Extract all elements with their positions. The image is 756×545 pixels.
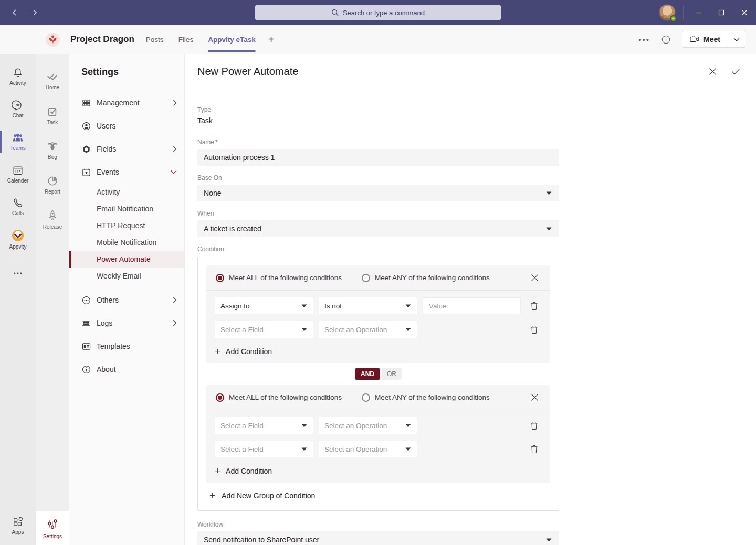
minimize-icon[interactable] <box>687 0 710 25</box>
operation-select[interactable]: Select an Operation <box>319 417 417 434</box>
and-button[interactable]: AND <box>355 368 380 380</box>
menu-item-management[interactable]: Management <box>69 91 184 114</box>
menu-item-templates[interactable]: Templates <box>69 335 184 358</box>
task-icon <box>47 106 58 117</box>
presence-available-icon <box>670 15 677 22</box>
meet-any-radio[interactable]: Meet ANY of the following conditions <box>362 393 490 402</box>
meet-chevron-down-icon[interactable] <box>728 38 745 41</box>
menu-item-label: Others <box>97 296 173 304</box>
type-label: Type <box>197 106 559 113</box>
form-body: Type Task Name* Base On None When <box>185 89 572 545</box>
sidebar-item-task[interactable]: Task <box>36 98 69 133</box>
delete-condition-icon[interactable] <box>529 420 539 431</box>
title-bar: Search or type a command <box>0 0 756 25</box>
delete-condition-icon[interactable] <box>529 301 539 311</box>
submenu-item-http-request[interactable]: HTTP Request <box>69 217 184 234</box>
ellipsis-icon <box>13 272 23 275</box>
chat-icon <box>12 100 24 111</box>
menu-item-about[interactable]: About <box>69 358 184 381</box>
add-tab-icon[interactable]: + <box>268 34 275 46</box>
condition-section: Condition Meet ALL of the following cond… <box>197 245 559 511</box>
events-icon <box>81 167 91 177</box>
search-input[interactable]: Search or type a command <box>255 5 501 20</box>
more-options-icon[interactable]: ••• <box>638 35 650 44</box>
rail-item-appvity[interactable]: Appvity <box>0 223 36 255</box>
remove-group-icon[interactable] <box>531 393 539 401</box>
chevron-right-icon <box>173 146 177 152</box>
rail-item-calls[interactable]: Calls <box>0 190 36 223</box>
menu-item-fields[interactable]: Fields <box>69 137 184 161</box>
name-input[interactable] <box>197 149 559 166</box>
sidebar-item-settings[interactable]: Settings <box>36 511 69 545</box>
sidebar-item-release[interactable]: Release <box>36 202 69 237</box>
value-input[interactable] <box>423 297 521 314</box>
menu-item-logs[interactable]: LOG Logs <box>69 312 184 335</box>
sidebar-item-bug[interactable]: Bug <box>36 133 69 167</box>
others-icon <box>81 295 91 305</box>
maximize-icon[interactable] <box>710 0 733 25</box>
meet-button[interactable]: Meet <box>682 31 746 48</box>
titlebar-divider <box>683 6 684 19</box>
back-icon[interactable] <box>8 6 21 19</box>
submenu-item-weekly-email[interactable]: Weekly Email <box>69 268 184 284</box>
rail-item-apps[interactable]: Apps <box>0 509 36 542</box>
sidebar-item-report[interactable]: Report <box>36 167 69 202</box>
user-avatar[interactable] <box>659 4 676 21</box>
report-icon <box>47 175 58 187</box>
when-value: A ticket is created <box>204 225 546 233</box>
tab-appvity-etask[interactable]: Appvity eTask <box>208 26 256 53</box>
save-form-icon[interactable] <box>731 67 740 76</box>
team-logo <box>46 33 60 47</box>
delete-condition-icon[interactable] <box>529 444 539 454</box>
operation-select[interactable]: Select an Operation <box>319 321 417 338</box>
add-new-group-button[interactable]: + Add New Group of Condition <box>206 483 550 500</box>
add-condition-button[interactable]: + Add Condition <box>206 457 550 483</box>
menu-item-label: Management <box>97 99 173 107</box>
menu-item-users[interactable]: Users <box>69 114 184 137</box>
field-select[interactable]: Select a Field <box>215 441 313 457</box>
forward-icon[interactable] <box>28 6 41 19</box>
menu-item-others[interactable]: Others <box>69 288 184 312</box>
meet-all-radio[interactable]: Meet ALL of the following conditions <box>216 274 342 282</box>
users-icon <box>81 121 91 131</box>
field-select[interactable]: Assign to <box>215 297 313 314</box>
delete-condition-icon[interactable] <box>529 324 539 335</box>
submenu-item-power-automate[interactable]: Power Automate <box>69 251 184 268</box>
rail-item-teams[interactable]: Teams <box>0 125 36 158</box>
or-button[interactable]: OR <box>382 368 402 380</box>
caret-down-icon <box>301 304 307 308</box>
when-dropdown[interactable]: A ticket is created <box>197 220 559 237</box>
remove-group-icon[interactable] <box>531 274 539 282</box>
rail-item-activity[interactable]: Activity <box>0 60 36 93</box>
field-select[interactable]: Select a Field <box>215 417 313 434</box>
radio-selected-icon <box>216 393 224 402</box>
base-on-dropdown[interactable]: None <box>197 185 559 201</box>
release-icon <box>47 209 58 222</box>
menu-item-events[interactable]: Events <box>69 161 184 184</box>
base-on-label: Base On <box>197 174 559 181</box>
rail-item-chat[interactable]: Chat <box>0 93 36 125</box>
close-form-icon[interactable] <box>708 67 717 76</box>
workflow-dropdown[interactable]: Send notifcation to SharePoint user <box>197 531 559 545</box>
workflow-label: Workflow <box>197 521 559 528</box>
tab-posts[interactable]: Posts <box>146 26 164 53</box>
submenu-item-activity[interactable]: Activity <box>69 184 184 200</box>
submenu-item-email-notification[interactable]: Email Notification <box>69 200 184 217</box>
tab-files[interactable]: Files <box>178 26 194 53</box>
info-icon[interactable] <box>662 35 670 44</box>
submenu-item-mobile-notification[interactable]: Mobile Notification <box>69 234 184 251</box>
rail-divider <box>7 260 28 260</box>
meet-any-radio[interactable]: Meet ANY of the following conditions <box>362 274 490 282</box>
condition-box: Meet ALL of the following conditions Mee… <box>197 257 559 511</box>
rail-item-calender[interactable]: Calender <box>0 158 36 190</box>
add-condition-button[interactable]: + Add Condition <box>206 338 550 363</box>
operation-select[interactable]: Is not <box>319 297 417 314</box>
close-window-icon[interactable] <box>733 0 756 25</box>
settings-title: Settings <box>81 67 184 78</box>
operation-select[interactable]: Select an Operation <box>319 441 417 457</box>
rail-more-apps[interactable] <box>0 264 36 282</box>
sidebar-item-home[interactable]: Home <box>36 63 69 98</box>
meet-all-radio[interactable]: Meet ALL of the following conditions <box>216 393 342 402</box>
field-select[interactable]: Select a Field <box>215 321 313 338</box>
meet-button-label: Meet <box>704 35 720 44</box>
